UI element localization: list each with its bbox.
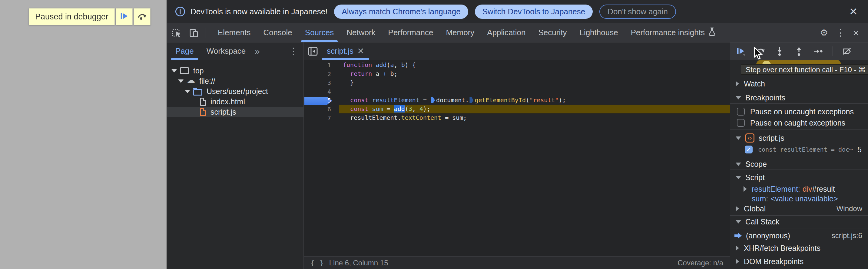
tree-caret-icon[interactable] bbox=[185, 90, 190, 93]
pretty-print-icon[interactable]: { } bbox=[310, 259, 324, 267]
breakpoint-entry[interactable]: const resultElement = doc⋯5 bbox=[730, 144, 868, 155]
code-token: textContent bbox=[401, 114, 441, 121]
always-match-language-button[interactable]: Always match Chrome's language bbox=[334, 4, 468, 19]
tree-item-users-user-project[interactable]: Users/user/project bbox=[167, 86, 304, 97]
close-devtools-icon[interactable]: × bbox=[853, 28, 859, 38]
caret-right-icon[interactable] bbox=[736, 81, 739, 86]
line-content[interactable]: const resultElement = document.getElemen… bbox=[339, 96, 730, 105]
caret-down-icon[interactable] bbox=[736, 163, 741, 166]
code-token: , bbox=[412, 105, 420, 112]
code-line-1[interactable]: 1function add(a, b) { bbox=[304, 61, 730, 70]
step-over-script-button[interactable] bbox=[133, 8, 151, 25]
more-tabs-icon[interactable]: » bbox=[255, 46, 260, 56]
code-line-2[interactable]: 2 return a + b; bbox=[304, 70, 730, 78]
inline-breakpoint-icon[interactable] bbox=[431, 97, 435, 103]
line-number[interactable]: 3 bbox=[304, 79, 339, 86]
section-watch[interactable]: Watch bbox=[730, 78, 868, 89]
tab-application[interactable]: Application bbox=[480, 23, 532, 42]
breakpoint-group-script-js[interactable]: ‹›script.js bbox=[730, 133, 868, 143]
tab-lighthouse[interactable]: Lighthouse bbox=[573, 23, 624, 42]
line-content[interactable]: } bbox=[339, 78, 730, 87]
resume-script-button[interactable] bbox=[116, 8, 133, 25]
checkbox-pause-on-caught-exceptions[interactable]: Pause on caught exceptions bbox=[730, 117, 868, 128]
code-line-6[interactable]: 6 const sum = add(3, 4); bbox=[304, 105, 730, 113]
line-content[interactable]: function add(a, b) { bbox=[339, 61, 730, 70]
code-line-3[interactable]: 3 } bbox=[304, 78, 730, 87]
code-token: ( bbox=[526, 97, 529, 104]
tree-item-file[interactable]: ☁file:// bbox=[167, 76, 304, 86]
section-breakpoints[interactable]: Breakpoints bbox=[730, 92, 868, 103]
inline-breakpoint-candidate-icon[interactable] bbox=[469, 97, 473, 103]
navigator-tab-workspace[interactable]: Workspace bbox=[202, 43, 250, 60]
line-number[interactable]: 4 bbox=[304, 88, 339, 95]
scope-property-resultelement[interactable]: resultElement:div#result bbox=[730, 184, 868, 194]
code-token: const bbox=[350, 105, 368, 112]
tab-console[interactable]: Console bbox=[257, 23, 298, 42]
editor-tab-close-icon[interactable]: ✕ bbox=[357, 46, 364, 56]
tab-performance-insights[interactable]: Performance insights bbox=[624, 23, 723, 42]
script-file-icon: ‹› bbox=[745, 133, 754, 142]
settings-gear-icon[interactable]: ⚙ bbox=[820, 28, 828, 37]
breakpoint-checkbox[interactable] bbox=[745, 145, 753, 154]
section-label: Scope bbox=[745, 160, 767, 169]
navigator-tab-strip: Page Workspace » ⋮ bbox=[167, 43, 304, 60]
code-token: function bbox=[343, 61, 372, 69]
caret-down-icon[interactable] bbox=[736, 220, 741, 223]
code-area[interactable]: 1function add(a, b) {2 return a + b;3 }4… bbox=[304, 60, 730, 122]
tab-network[interactable]: Network bbox=[340, 23, 382, 42]
dont-show-again-button[interactable]: Don't show again bbox=[599, 4, 676, 19]
line-number[interactable]: 6 bbox=[304, 106, 339, 113]
tree-item-script-js[interactable]: script.js bbox=[167, 107, 304, 117]
line-number[interactable]: 7 bbox=[304, 114, 339, 122]
caret-right-icon[interactable] bbox=[744, 186, 747, 192]
line-content[interactable]: resultElement.textContent = sum; bbox=[339, 113, 730, 122]
caret-down-icon[interactable] bbox=[736, 136, 741, 140]
tab-memory[interactable]: Memory bbox=[439, 23, 480, 42]
navigator-tab-page[interactable]: Page bbox=[171, 43, 198, 60]
tab-sources[interactable]: Sources bbox=[299, 23, 340, 42]
tree-item-index-html[interactable]: index.html bbox=[167, 97, 304, 107]
scope-group-global[interactable]: GlobalWindow bbox=[730, 203, 868, 214]
code-line-5[interactable]: 5 const resultElement = document.getElem… bbox=[304, 96, 730, 105]
code-line-7[interactable]: 7 resultElement.textContent = sum; bbox=[304, 113, 730, 122]
line-number[interactable]: 2 bbox=[304, 70, 339, 78]
switch-devtools-japanese-button[interactable]: Switch DevTools to Japanese bbox=[475, 4, 593, 19]
section-xhr-fetch-breakpoints[interactable]: XHR/fetch Breakpoints bbox=[730, 243, 868, 253]
breakpoint-marker[interactable]: 5 bbox=[304, 97, 339, 104]
tab-elements[interactable]: Elements bbox=[211, 23, 257, 42]
code-token: resultElement. bbox=[343, 114, 401, 121]
section-call-stack[interactable]: Call Stack bbox=[730, 216, 868, 227]
line-content[interactable] bbox=[339, 87, 730, 96]
tab-security[interactable]: Security bbox=[532, 23, 573, 42]
section-dom-breakpoints[interactable]: DOM Breakpoints bbox=[730, 256, 868, 267]
checkbox[interactable] bbox=[737, 119, 745, 127]
caret-right-icon[interactable] bbox=[736, 206, 739, 211]
line-content[interactable]: const sum = add(3, 4); bbox=[339, 105, 730, 113]
code-token: ) { bbox=[405, 61, 416, 69]
scope-property-sum[interactable]: sum:<value unavailable> bbox=[730, 193, 868, 204]
caret-down-icon[interactable] bbox=[736, 96, 741, 100]
tab-performance[interactable]: Performance bbox=[382, 23, 440, 42]
tree-caret-icon[interactable] bbox=[178, 79, 184, 83]
tree-caret-icon[interactable] bbox=[172, 69, 177, 73]
scope-group-script[interactable]: Script bbox=[730, 172, 868, 183]
checkbox[interactable] bbox=[737, 108, 745, 115]
caret-right-icon[interactable] bbox=[736, 259, 739, 264]
code-line-4[interactable]: 4 bbox=[304, 87, 730, 96]
navigator-kebab-icon[interactable]: ⋮ bbox=[289, 46, 298, 56]
infobar-close-icon[interactable]: ✕ bbox=[849, 6, 858, 17]
line-content[interactable]: return a + b; bbox=[339, 70, 730, 78]
more-options-kebab-icon[interactable]: ⋮ bbox=[836, 28, 845, 37]
checkbox-pause-on-uncaught-exceptions[interactable]: Pause on uncaught exceptions bbox=[730, 106, 868, 117]
caret-right-icon[interactable] bbox=[736, 245, 739, 251]
line-number[interactable]: 1 bbox=[304, 61, 339, 69]
device-toolbar-icon[interactable] bbox=[189, 28, 199, 38]
inspect-element-icon[interactable] bbox=[172, 28, 182, 38]
editor-tab-script-js[interactable]: script.js ✕ bbox=[322, 43, 369, 60]
caret-down-icon[interactable] bbox=[736, 176, 741, 179]
section-scope[interactable]: Scope bbox=[730, 159, 868, 169]
collapse-navigator-icon[interactable] bbox=[307, 46, 318, 57]
call-stack-frame[interactable]: (anonymous)script.js:6 bbox=[730, 230, 868, 241]
tree-item-top[interactable]: top bbox=[167, 65, 304, 76]
code-token bbox=[343, 70, 350, 77]
